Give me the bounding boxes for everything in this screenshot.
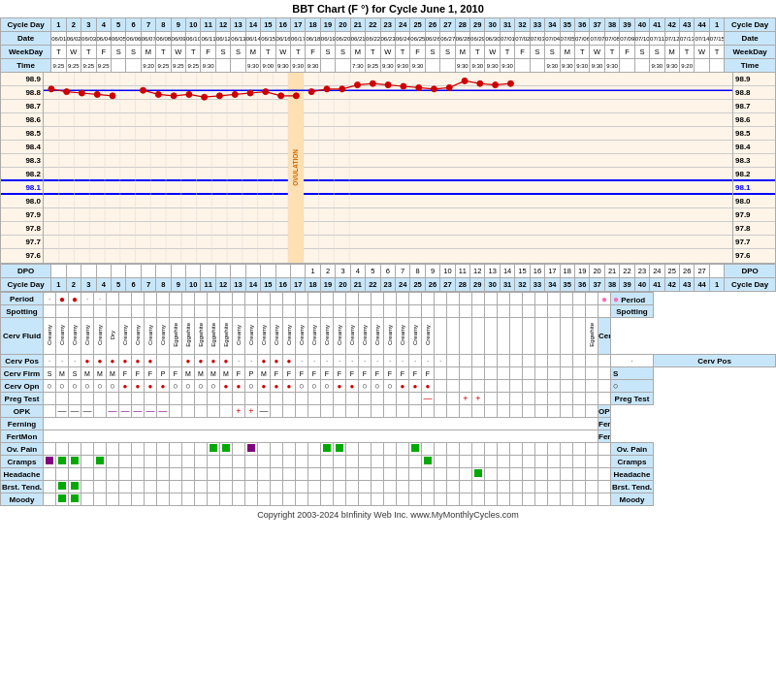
svg-point-32	[232, 91, 238, 97]
dpo-table: DPO 123 45678 910111213 1415161718 19202…	[0, 264, 776, 292]
opk-row: OPK — — — — — — — — + + —	[1, 405, 776, 418]
svg-point-42	[385, 82, 391, 88]
page-title: BBT Chart (F °) for Cycle June 1, 2010	[0, 0, 776, 17]
cerv-opn-row: Cerv Opn ○ ○ ○ ○ ○ ○ ● ● ● ● ○ ○ ○ ○ ● ●…	[1, 380, 776, 393]
svg-point-43	[401, 83, 406, 89]
svg-point-26	[141, 87, 146, 93]
cycle-day-label: Cycle Day	[1, 18, 51, 32]
svg-point-48	[477, 80, 483, 86]
svg-point-41	[370, 80, 375, 86]
moody-row: Moody Moody	[1, 493, 776, 506]
svg-point-31	[216, 93, 222, 99]
symptom-table: Period · ● ● · · ● ● Period	[0, 292, 776, 506]
svg-point-39	[340, 86, 345, 92]
preg-test-row: Preg Test — + + Preg Test	[1, 393, 776, 405]
cramps-row: Cramps Cramps	[1, 456, 776, 468]
svg-point-35	[278, 93, 284, 99]
svg-point-28	[171, 93, 177, 99]
svg-point-36	[293, 93, 299, 99]
svg-point-23	[79, 90, 84, 96]
bbt-chart-area: 98.9 98.8 98.7 98.6 98.5 98.4 98.3 98.2 …	[0, 73, 776, 264]
dpo-row: DPO 123 45678 910111213 1415161718 19202…	[1, 265, 776, 278]
period-row: Period · ● ● · · ● ● Period	[1, 293, 776, 305]
ov-pain-row: Ov. Pain Ov. Pain	[1, 443, 776, 456]
svg-point-22	[64, 89, 70, 95]
svg-point-47	[462, 78, 468, 83]
time-row: Time 9:259:259:259:25 9:209:259:259:25 9…	[1, 59, 776, 73]
cerv-fluid-row: Cerv Fluid Creamy Creamy Creamy Creamy C…	[1, 318, 776, 355]
weekday-row: WeekDay TWTFS SMTWT FSSMT WTFSS MTWTF SS…	[1, 46, 776, 59]
svg-point-44	[416, 84, 422, 90]
svg-point-38	[324, 86, 330, 92]
svg-point-50	[507, 80, 513, 86]
brst-tend-row: Brst. Tend. Brst. Tend.	[1, 481, 776, 493]
date-row: Date 06/0106/0206/0306/0406/05 06/0606/0…	[1, 32, 776, 46]
svg-point-49	[493, 82, 499, 88]
cerv-firm-row: Cerv Firm S M S M M M F F F P F M M M M …	[1, 367, 776, 380]
svg-point-25	[110, 93, 115, 99]
period-label: Period	[1, 293, 44, 305]
chart-container: Cycle Day 12345 678910 1112131415 161718…	[0, 17, 776, 506]
svg-point-30	[202, 94, 208, 100]
svg-point-24	[94, 91, 100, 97]
fertmon-row: FertMon FertMon	[1, 430, 776, 443]
cycle-day-bottom-row: Cycle Day 12345 678910 1112131415 161718…	[1, 278, 776, 292]
headache-row: Headache Headache	[1, 468, 776, 481]
svg-point-37	[308, 89, 314, 95]
svg-point-46	[446, 84, 452, 90]
main-chart-table: Cycle Day 12345 678910 1112131415 161718…	[0, 17, 776, 73]
spotting-row: Spotting Spotting	[1, 305, 776, 318]
svg-point-45	[431, 86, 436, 92]
svg-point-21	[48, 86, 54, 92]
cycle-day-row: Cycle Day 12345 678910 1112131415 161718…	[1, 18, 776, 32]
svg-point-34	[263, 89, 269, 95]
copyright: Copyright 2003-2024 bInfinity Web Inc. w…	[0, 506, 776, 524]
cycle-day-label-right: Cycle Day	[725, 18, 776, 32]
ferning-row: Ferning Ferning	[1, 418, 776, 430]
svg-point-27	[155, 91, 161, 97]
cerv-pos-row: Cerv Pos · · · ● ● ● ● ● ● ● ● ● ● · · ●…	[1, 355, 776, 367]
svg-point-33	[247, 90, 253, 96]
svg-point-40	[354, 82, 360, 88]
page-wrapper: BBT Chart (F °) for Cycle June 1, 2010	[0, 0, 776, 524]
svg-point-29	[186, 91, 192, 97]
